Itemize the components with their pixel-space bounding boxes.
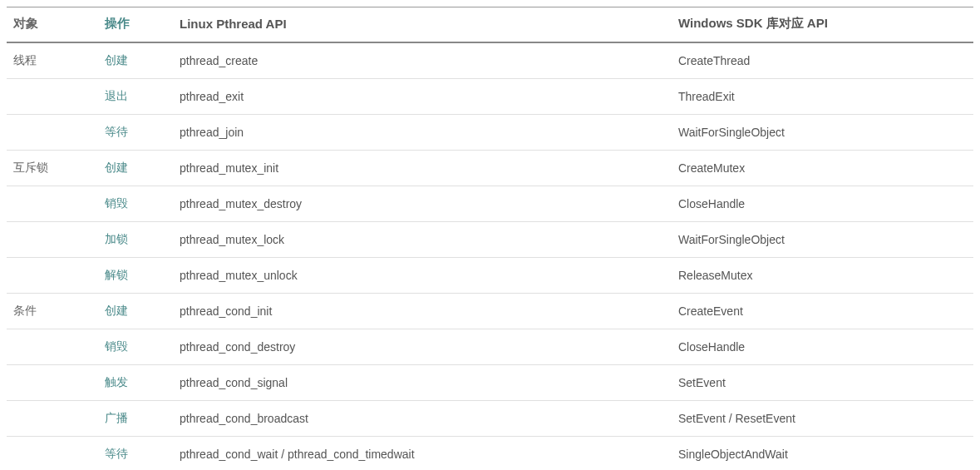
cell-linux-api: pthread_cond_init [173,294,672,329]
table-row: 销毁pthread_cond_destroyCloseHandle [7,329,973,365]
cell-action: 等待 [98,437,173,471]
header-windows: Windows SDK 库对应 API [672,7,973,43]
table-row: 加锁pthread_mutex_lockWaitForSingleObject [7,222,973,258]
header-action: 操作 [98,7,173,43]
cell-object [7,437,98,471]
table-row: 广播pthread_cond_broadcastSetEvent / Reset… [7,401,973,437]
cell-windows-api: SingleObjectAndWait [672,437,973,471]
cell-object: 条件 [7,294,98,329]
cell-windows-api: ReleaseMutex [672,258,973,294]
cell-windows-api: CloseHandle [672,329,973,365]
cell-linux-api: pthread_mutex_lock [173,222,672,258]
table-row: 互斥锁创建pthread_mutex_initCreateMutex [7,151,973,186]
cell-linux-api: pthread_mutex_destroy [173,186,672,222]
cell-windows-api: CreateThread [672,42,973,79]
header-linux: Linux Pthread API [173,7,672,43]
api-comparison-table: 对象 操作 Linux Pthread API Windows SDK 库对应 … [7,7,973,470]
cell-action: 创建 [98,151,173,186]
cell-windows-api: CreateMutex [672,151,973,186]
cell-action: 解锁 [98,258,173,294]
cell-windows-api: WaitForSingleObject [672,115,973,151]
cell-object [7,79,98,115]
cell-action: 创建 [98,294,173,329]
cell-object [7,258,98,294]
cell-windows-api: CreateEvent [672,294,973,329]
cell-object [7,401,98,437]
cell-object [7,365,98,401]
table-row: 等待pthread_cond_wait / pthread_cond_timed… [7,437,973,471]
cell-linux-api: pthread_cond_wait / pthread_cond_timedwa… [173,437,672,471]
cell-action: 创建 [98,42,173,79]
table-row: 销毁pthread_mutex_destroyCloseHandle [7,186,973,222]
cell-linux-api: pthread_mutex_init [173,151,672,186]
cell-windows-api: SetEvent [672,365,973,401]
cell-object: 互斥锁 [7,151,98,186]
cell-action: 等待 [98,115,173,151]
header-object: 对象 [7,7,98,43]
cell-object [7,115,98,151]
table-row: 等待pthread_joinWaitForSingleObject [7,115,973,151]
cell-windows-api: CloseHandle [672,186,973,222]
cell-action: 加锁 [98,222,173,258]
cell-linux-api: pthread_join [173,115,672,151]
cell-linux-api: pthread_exit [173,79,672,115]
table-row: 条件创建pthread_cond_initCreateEvent [7,294,973,329]
cell-windows-api: WaitForSingleObject [672,222,973,258]
table-header-row: 对象 操作 Linux Pthread API Windows SDK 库对应 … [7,7,973,43]
cell-object [7,329,98,365]
cell-linux-api: pthread_create [173,42,672,79]
cell-action: 广播 [98,401,173,437]
cell-linux-api: pthread_cond_signal [173,365,672,401]
table-row: 退出pthread_exitThreadExit [7,79,973,115]
cell-object [7,186,98,222]
cell-object: 线程 [7,42,98,79]
cell-action: 触发 [98,365,173,401]
cell-action: 销毁 [98,186,173,222]
table-row: 触发pthread_cond_signalSetEvent [7,365,973,401]
cell-linux-api: pthread_mutex_unlock [173,258,672,294]
cell-linux-api: pthread_cond_destroy [173,329,672,365]
cell-linux-api: pthread_cond_broadcast [173,401,672,437]
cell-object [7,222,98,258]
cell-windows-api: SetEvent / ResetEvent [672,401,973,437]
cell-action: 退出 [98,79,173,115]
table-row: 线程创建pthread_createCreateThread [7,42,973,79]
table-row: 解锁pthread_mutex_unlockReleaseMutex [7,258,973,294]
cell-action: 销毁 [98,329,173,365]
cell-windows-api: ThreadExit [672,79,973,115]
